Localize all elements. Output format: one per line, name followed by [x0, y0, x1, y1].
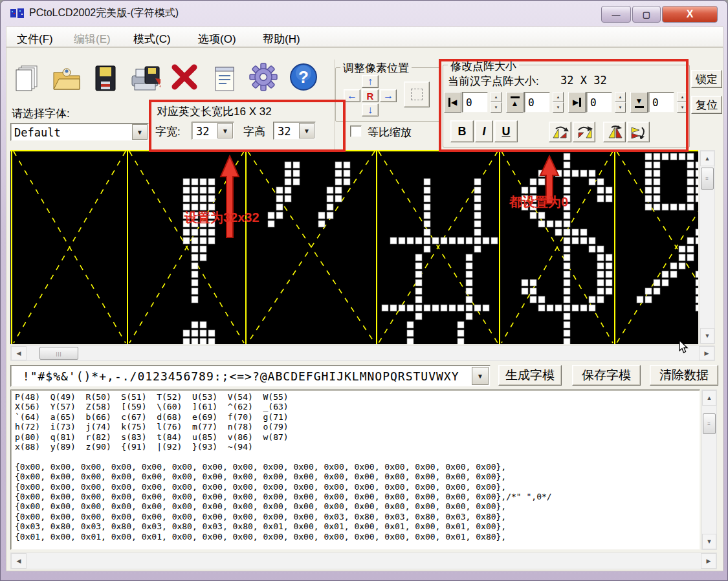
pad-right-field[interactable]: 0	[586, 92, 612, 113]
output-vscroll-up-button[interactable]: ▲	[702, 390, 716, 406]
lock-button[interactable]: 锁定	[691, 70, 722, 88]
move-left-icon: ←	[347, 90, 357, 102]
charset-dropdown-button[interactable]: ▼	[472, 367, 489, 385]
reset-label: 复位	[696, 98, 718, 113]
move-down-icon: ↓	[368, 104, 373, 116]
reset-position-button[interactable]: R	[362, 89, 379, 102]
pad-right-button[interactable]: ▶	[568, 92, 586, 113]
bold-label: B	[458, 125, 467, 138]
minimize-button[interactable]: —	[601, 6, 631, 23]
save-font-button[interactable]: 保存字模	[572, 365, 641, 386]
move-up-icon: ↑	[368, 76, 373, 87]
canvas-hscroll-right-button[interactable]: ▶	[699, 346, 714, 360]
charset-value: !"#$%&'()*+,-./0123456789:;<=>?@ABCDEFGH…	[15, 369, 459, 383]
close-button[interactable]: X	[662, 6, 718, 23]
toolbar-button-save[interactable]	[91, 63, 120, 93]
char-width-label: 字宽:	[155, 124, 181, 139]
pad-top-field[interactable]: 0	[524, 92, 550, 113]
new-file-icon	[15, 65, 41, 92]
lcd-canvas-wrap[interactable]	[10, 150, 698, 344]
rotate-left-button[interactable]	[549, 122, 571, 142]
toolbar-button-help[interactable]: ?	[289, 62, 318, 92]
pad-left-field[interactable]: 0	[462, 92, 488, 113]
output-vscroll-thumb[interactable]: ≡	[703, 413, 716, 434]
char-height-combobox[interactable]: 32 ▼	[273, 122, 316, 140]
canvas-vscroll-thumb[interactable]: ≡	[701, 168, 714, 190]
pad-right-spinner[interactable]: ▲▼	[615, 92, 626, 113]
rotate-right-button[interactable]	[573, 122, 595, 142]
save-as-icon	[131, 64, 160, 93]
canvas-vscroll-down-button[interactable]: ▼	[700, 328, 714, 344]
move-down-button[interactable]: ↓	[362, 104, 379, 116]
menu-options[interactable]: 选项(O)	[195, 30, 239, 48]
title-bar[interactable]: PCtoLCD2002完美版-(字符模式) — ▢ X	[1, 1, 727, 25]
canvas-vscroll-up-button[interactable]: ▲	[700, 151, 714, 166]
char-width-dropdown-button[interactable]: ▼	[217, 123, 233, 138]
pad-bottom-icon: ▼	[635, 96, 643, 105]
pad-left-button[interactable]: ◀	[444, 92, 461, 113]
flip-vertical-icon	[606, 125, 623, 139]
output-textarea[interactable]: P(48) Q(49) R(50) S(51) T(52) U(53) V(54…	[10, 389, 700, 550]
output-vscroll-down-button[interactable]: ▼	[702, 534, 716, 549]
output-text: P(48) Q(49) R(50) S(51) T(52) U(53) V(54…	[11, 390, 700, 543]
generate-button[interactable]: 生成字模	[498, 365, 562, 386]
menu-help[interactable]: 帮助(H)	[260, 30, 303, 48]
svg-text:?: ?	[298, 67, 309, 87]
move-right-button[interactable]: →	[380, 89, 397, 102]
toolbar-button-report[interactable]	[210, 63, 239, 93]
toolbar-button-new[interactable]	[13, 63, 43, 93]
pad-bottom-button[interactable]: ▼	[630, 92, 648, 113]
reset-button[interactable]: 复位	[691, 96, 722, 114]
client-area: ? 调整像素位置 ↑ ← R → ↓ 请选择字体: Default ▼ 对应英文…	[6, 47, 723, 571]
canvas-hscroll-left-button[interactable]: ◀	[11, 346, 27, 360]
matrix-current-label: 当前汉字点阵大小:	[448, 74, 539, 89]
center-glyph-button[interactable]	[404, 82, 430, 107]
pad-top-spinner[interactable]: ▲▼	[553, 92, 564, 113]
flip-horizontal-button[interactable]	[627, 122, 650, 142]
canvas-hscroll-thumb[interactable]: |||	[39, 347, 78, 360]
lcd-canvas[interactable]	[10, 150, 698, 344]
font-select-dropdown-button[interactable]: ▼	[132, 124, 148, 140]
italic-button[interactable]: I	[475, 120, 493, 142]
pad-bottom-field[interactable]: 0	[648, 92, 674, 113]
toolbar-separator	[334, 60, 335, 150]
flip-vertical-button[interactable]	[603, 122, 626, 142]
canvas-hscrollbar[interactable]: ◀ ||| ▶	[10, 345, 715, 361]
maximize-button[interactable]: ▢	[632, 6, 661, 23]
app-window: PCtoLCD2002完美版-(字符模式) — ▢ X 文件(F) 编辑(E) …	[0, 0, 728, 581]
toolbar-button-open[interactable]	[52, 63, 82, 93]
toolbar-button-delete[interactable]	[170, 62, 199, 92]
move-up-button[interactable]: ↑	[362, 75, 379, 88]
menu-edit: 编辑(E)	[71, 30, 113, 48]
clear-data-button[interactable]: 清除数据	[650, 365, 718, 386]
charset-combobox[interactable]: !"#$%&'()*+,-./0123456789:;<=>?@ABCDEFGH…	[10, 365, 491, 387]
font-select-label: 请选择字体:	[12, 106, 70, 121]
top-edge-bar	[511, 96, 520, 98]
output-hscroll-right-button[interactable]: ▶	[701, 553, 716, 569]
menu-mode[interactable]: 模式(C)	[131, 30, 173, 48]
rotate-right-icon	[576, 125, 593, 139]
char-width-combobox[interactable]: 32 ▼	[192, 122, 234, 140]
output-vscrollbar[interactable]: ▲ ≡ ▼	[701, 389, 717, 550]
proportional-scale-checkbox[interactable]	[350, 126, 362, 137]
output-hscrollbar[interactable]: ◀ ▶	[10, 553, 717, 569]
canvas-vscrollbar[interactable]: ▲ ≡ ▼	[700, 150, 715, 344]
toolbar-button-save-as[interactable]	[131, 63, 160, 93]
open-file-icon	[52, 65, 81, 92]
pad-top-button[interactable]: ▲	[506, 92, 524, 113]
underline-button[interactable]: U	[494, 120, 518, 142]
pad-left-spinner[interactable]: ▲▼	[491, 92, 502, 113]
rotate-left-icon	[552, 125, 569, 139]
bold-button[interactable]: B	[450, 120, 474, 142]
menu-file[interactable]: 文件(F)	[14, 30, 56, 48]
font-select-combobox[interactable]: Default ▼	[10, 123, 149, 141]
save-icon	[93, 65, 118, 92]
output-hscroll-left-button[interactable]: ◀	[11, 553, 27, 569]
mouse-cursor	[679, 340, 690, 354]
delete-icon	[170, 62, 199, 92]
move-left-button[interactable]: ←	[344, 89, 360, 102]
matrix-size-title: 修改点阵大小	[448, 59, 519, 74]
pad-bottom-spinner[interactable]: ▲▼	[677, 92, 688, 113]
char-height-dropdown-button[interactable]: ▼	[299, 123, 314, 138]
toolbar-button-settings[interactable]	[248, 62, 278, 92]
